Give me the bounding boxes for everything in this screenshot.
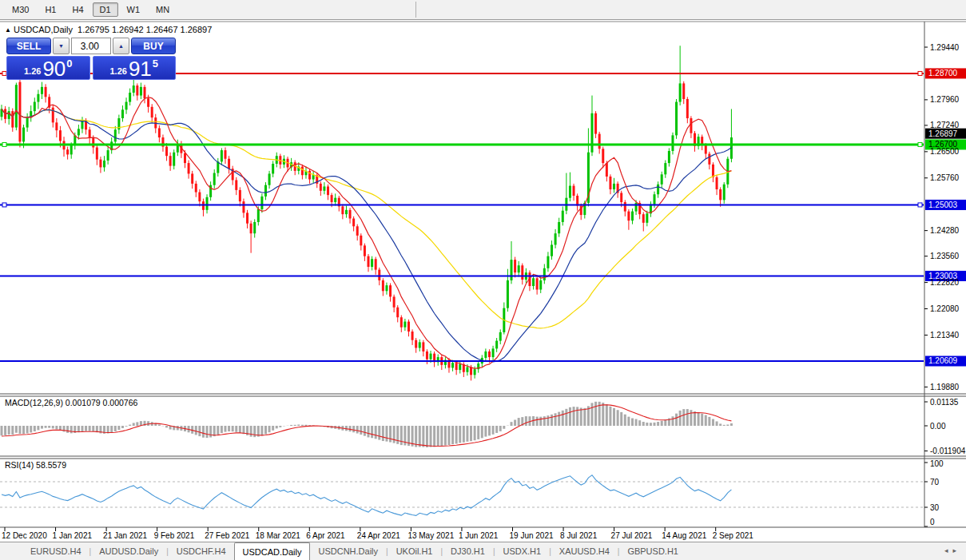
chart-canvas[interactable]: 1.287001.267001.250031.230031.206091.268… — [0, 0, 966, 560]
buy-price-prefix: 1.26 — [109, 66, 126, 76]
collapse-triangle-icon[interactable]: ▲ — [5, 26, 11, 34]
chart-tab-usdx.h1[interactable]: USDX.H1 — [495, 542, 550, 560]
line-handle[interactable] — [918, 203, 922, 207]
toolbar-separator — [415, 2, 416, 18]
price-tick-label: 1.25760 — [930, 173, 960, 182]
date-tick-label: 9 Feb 2021 — [154, 531, 195, 540]
moving-averages-layer — [2, 97, 731, 369]
macd-indicator: 0.011350.00-0.011904 — [2, 398, 966, 455]
sell-button[interactable]: SELL — [6, 38, 51, 54]
svg-text:1.28700: 1.28700 — [928, 69, 958, 77]
time-axis[interactable]: 12 Dec 20201 Jan 202121 Jan 20219 Feb 20… — [2, 527, 753, 540]
price-tick-label: 1.22820 — [930, 278, 960, 287]
chart-tab-usdcnh.daily[interactable]: USDCNH.Daily — [310, 542, 386, 560]
timeframe-button-mn[interactable]: MN — [149, 2, 177, 17]
macd-tick-label: -0.011904 — [930, 447, 966, 455]
rsi-indicator: 10070300 — [0, 459, 944, 526]
ohlc-low: 1.26467 — [146, 25, 178, 34]
timeframe-button-h1[interactable]: H1 — [38, 2, 63, 17]
chart-tab-bar: EURUSD.H4|AUDUSD.Daily|USDCHF.H4USDCAD.D… — [0, 542, 966, 560]
svg-text:1.25003: 1.25003 — [928, 201, 958, 209]
symbol-name: USDCAD,Daily — [14, 25, 73, 34]
date-tick-label: 6 Apr 2021 — [306, 531, 345, 540]
price-tick-label: 1.26500 — [930, 147, 960, 156]
sell-price-display[interactable]: 1.26 90 0 — [6, 56, 90, 80]
line-handle[interactable] — [918, 71, 922, 75]
hlines-layer[interactable]: 1.287001.267001.250031.230031.206091.268… — [0, 68, 966, 366]
buy-price-sup: 5 — [153, 58, 158, 70]
line-handle[interactable] — [918, 142, 922, 146]
rsi-tick-label: 70 — [930, 478, 940, 487]
timeframe-button-w1[interactable]: W1 — [120, 2, 148, 17]
rsi-label: RSI(14) 58.5579 — [5, 460, 66, 470]
date-tick-label: 12 Dec 2020 — [2, 531, 47, 540]
rsi-tick-label: 0 — [930, 518, 935, 526]
date-tick-label: 1 Jun 2021 — [459, 531, 499, 540]
chart-tab-gbpusd.h1[interactable]: GBPUSD.H1 — [619, 542, 686, 560]
volume-increase-button[interactable]: ▲ — [113, 38, 129, 54]
ohlc-close: 1.26897 — [181, 25, 213, 34]
rsi-tick-label: 100 — [930, 459, 944, 468]
chart-title: ▲ USDCAD,Daily 1.26795 1.26942 1.26467 1… — [5, 25, 212, 34]
date-tick-label: 8 Jul 2021 — [560, 531, 598, 540]
date-tick-label: 27 Jul 2021 — [611, 531, 653, 540]
chart-tab-eurusd.h4[interactable]: EURUSD.H4 — [22, 542, 89, 560]
timeframe-button-d1[interactable]: D1 — [93, 2, 118, 17]
price-tick-label: 1.22080 — [930, 304, 960, 313]
macd-tick-label: 0.01135 — [930, 398, 959, 407]
date-tick-label: 19 Jun 2021 — [510, 531, 554, 540]
price-tick-label: 1.19880 — [930, 383, 960, 391]
chart-tab-audusd.daily[interactable]: AUDUSD.Daily — [91, 542, 166, 560]
date-tick-label: 24 Apr 2021 — [357, 531, 400, 540]
price-tick-label: 1.24280 — [930, 226, 960, 235]
mt4-terminal: { "toolbar": { "timeframes": [ {"label":… — [0, 0, 966, 560]
timeframe-button-h4[interactable]: H4 — [65, 2, 90, 17]
buy-price-big: 91 — [129, 59, 152, 78]
price-tick-label: 1.23560 — [930, 252, 960, 260]
sell-price-prefix: 1.26 — [24, 66, 41, 76]
macd-label: MACD(12,26,9) 0.001079 0.000766 — [5, 398, 138, 407]
date-tick-label: 14 Aug 2021 — [662, 531, 707, 540]
price-tick-label: 1.27240 — [930, 121, 960, 129]
sell-price-big: 90 — [42, 59, 66, 78]
ohlc-open: 1.26795 — [78, 25, 109, 34]
chart-tab-ukoil.h1[interactable]: UKOil.H1 — [388, 542, 441, 560]
chart-tab-usdchf.h4[interactable]: USDCHF.H4 — [169, 542, 234, 560]
line-handle[interactable] — [2, 142, 6, 146]
line-handle[interactable] — [2, 203, 6, 207]
timeframe-button-m30[interactable]: M30 — [5, 2, 36, 17]
price-axis[interactable]: 1.294401.279601.272401.265001.257601.242… — [924, 43, 960, 391]
date-tick-label: 13 May 2021 — [407, 531, 454, 540]
svg-text:1.20609: 1.20609 — [928, 356, 958, 365]
rsi-tick-label: 30 — [930, 503, 940, 512]
price-tick-label: 1.27960 — [930, 95, 960, 104]
ohlc-high: 1.26942 — [112, 25, 144, 34]
svg-text:1.26897: 1.26897 — [928, 129, 958, 138]
chart-tab-usdcad.daily[interactable]: USDCAD.Daily — [234, 542, 311, 560]
date-tick-label: 21 Jan 2021 — [103, 531, 147, 540]
macd-tick-label: 0.00 — [930, 422, 946, 431]
candles-layer — [1, 46, 733, 380]
price-tick-label: 1.29440 — [930, 43, 960, 52]
date-tick-label: 27 Feb 2021 — [205, 531, 250, 540]
timeframe-toolbar: M30H1H4D1W1MN — [0, 0, 966, 20]
chart-tab-dj30.h1[interactable]: DJ30.H1 — [443, 542, 493, 560]
price-tick-label: 1.21340 — [930, 331, 960, 340]
chart-tab-xauusd.h4[interactable]: XAUUSD.H4 — [551, 542, 618, 560]
buy-price-display[interactable]: 1.26 91 5 — [93, 56, 177, 80]
date-tick-label: 18 Mar 2021 — [256, 531, 301, 540]
volume-input[interactable]: 3.00 — [71, 38, 111, 54]
sell-price-sup: 0 — [66, 58, 72, 70]
buy-button[interactable]: BUY — [131, 38, 176, 54]
one-click-trading-panel: SELL ▼ 3.00 ▲ BUY 1.26 90 0 1.26 91 5 — [6, 38, 176, 80]
volume-decrease-button[interactable]: ▼ — [53, 38, 70, 54]
date-tick-label: 2 Sep 2021 — [713, 531, 754, 540]
date-tick-label: 1 Jan 2021 — [53, 531, 93, 540]
tab-scroll-arrows: ◂▸ — [944, 546, 961, 554]
